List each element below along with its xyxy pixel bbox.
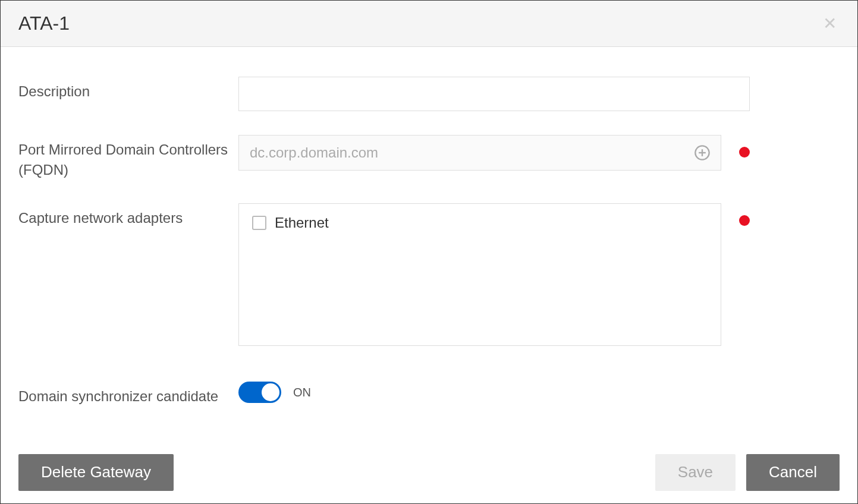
adapter-checkbox[interactable] <box>252 216 266 230</box>
fqdn-row: Port Mirrored Domain Controllers (FQDN) <box>18 135 840 179</box>
description-control <box>238 77 750 111</box>
dialog-body: Description Port Mirrored Domain Control… <box>1 47 857 442</box>
synchronizer-state: ON <box>293 386 311 399</box>
fqdn-wrap <box>238 135 721 171</box>
adapters-box: Ethernet <box>238 203 721 346</box>
description-label: Description <box>18 77 238 102</box>
synchronizer-label: Domain synchronizer candidate <box>18 382 238 407</box>
fqdn-control <box>238 135 750 171</box>
footer-right: Save Cancel <box>655 454 840 491</box>
save-button: Save <box>655 454 736 491</box>
gateway-settings-dialog: ATA-1 ✕ Description Port Mirrored Domain… <box>0 0 858 504</box>
dialog-title: ATA-1 <box>18 12 70 34</box>
synchronizer-row: Domain synchronizer candidate ON <box>18 382 840 407</box>
toggle-knob <box>262 383 279 401</box>
adapter-item: Ethernet <box>252 215 708 231</box>
close-icon[interactable]: ✕ <box>820 15 840 32</box>
description-row: Description <box>18 77 840 111</box>
delete-gateway-button[interactable]: Delete Gateway <box>18 454 174 491</box>
adapter-label: Ethernet <box>275 215 329 231</box>
adapters-label: Capture network adapters <box>18 203 238 228</box>
adapters-row: Capture network adapters Ethernet <box>18 203 840 346</box>
fqdn-status-dot <box>739 147 750 158</box>
adapters-control: Ethernet <box>238 203 750 346</box>
description-input[interactable] <box>238 77 750 111</box>
add-fqdn-icon[interactable] <box>694 144 711 161</box>
synchronizer-control: ON <box>238 382 750 403</box>
synchronizer-toggle-row: ON <box>238 382 311 403</box>
fqdn-label: Port Mirrored Domain Controllers (FQDN) <box>18 135 238 179</box>
synchronizer-toggle[interactable] <box>238 382 281 403</box>
dialog-header: ATA-1 ✕ <box>1 1 857 47</box>
cancel-button[interactable]: Cancel <box>746 454 840 491</box>
fqdn-input[interactable] <box>238 135 721 171</box>
dialog-footer: Delete Gateway Save Cancel <box>1 442 857 504</box>
adapters-status-dot <box>739 215 750 226</box>
